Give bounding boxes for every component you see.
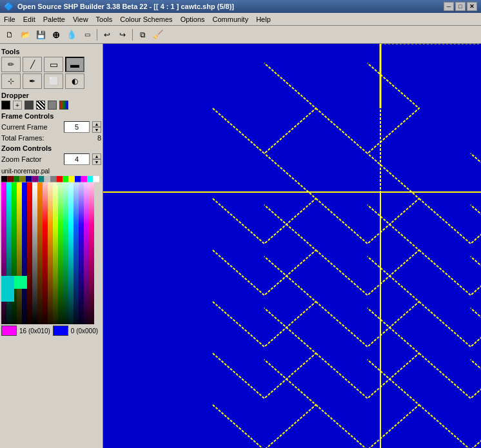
undo-button[interactable]: ↩	[100, 28, 114, 42]
dropper-label: Dropper	[1, 92, 101, 99]
background-color-box[interactable]	[53, 326, 68, 336]
dropper-complex-swatch[interactable]	[48, 101, 57, 110]
menu-colour-schemes[interactable]: Colour Schemes	[116, 13, 176, 25]
current-frame-row: Current Frame ▲ ▼	[1, 121, 101, 133]
current-frame-spinner: ▲ ▼	[92, 121, 101, 133]
canvas-area[interactable]	[103, 44, 481, 448]
rect-tool[interactable]: ▭	[44, 57, 63, 72]
color-palette[interactable]	[1, 176, 99, 324]
menu-palette[interactable]: Palette	[39, 13, 69, 25]
redo-button[interactable]: ↪	[115, 28, 130, 42]
select-tool[interactable]: ⊹	[1, 73, 21, 89]
title-bar-controls: ─ □ ✕	[444, 2, 477, 11]
copy-button[interactable]: ⧉	[135, 28, 150, 42]
zoom-down[interactable]: ▼	[92, 159, 101, 165]
dropper-swatch-2[interactable]	[25, 101, 34, 110]
main-canvas[interactable]	[103, 44, 481, 448]
pencil-tool[interactable]: ✏	[1, 57, 21, 72]
tools-grid-row1: ✏ ╱ ▭ ▬	[1, 57, 101, 72]
color-indicator: 16 (0x010) 0 (0x000)	[1, 326, 101, 336]
zoom-up[interactable]: ▲	[92, 153, 101, 159]
title-bar-icon: 🔷	[4, 2, 14, 11]
left-panel: Tools ✏ ╱ ▭ ▬ ⊹ ✒ ⬜ ◐ Dropper + Frame Co…	[0, 44, 103, 448]
svg-rect-0	[103, 44, 481, 448]
menu-view[interactable]: View	[69, 13, 92, 25]
new-button[interactable]: 🗋	[3, 28, 17, 42]
menu-community[interactable]: Community	[209, 13, 253, 25]
line-tool[interactable]: ╱	[23, 57, 42, 72]
main-layout: Tools ✏ ╱ ▭ ▬ ⊹ ✒ ⬜ ◐ Dropper + Frame Co…	[0, 44, 481, 448]
total-frames-row: Total Frames: 8	[1, 134, 101, 142]
zoom-factor-label: Zoom Factor	[1, 155, 61, 163]
menu-tools[interactable]: Tools	[92, 13, 117, 25]
dropper-multicolor-swatch[interactable]	[59, 101, 68, 110]
close-button[interactable]: ✕	[467, 2, 477, 11]
foreground-color-box[interactable]	[1, 326, 17, 336]
dropper-section: +	[1, 101, 101, 110]
menu-bar: File Edit Palette View Tools Colour Sche…	[0, 13, 481, 26]
palette-filename: unit-noremap.pal	[1, 168, 101, 175]
current-frame-label: Current Frame	[1, 123, 61, 131]
toolbar-sep-1	[97, 29, 97, 41]
save-button[interactable]: 💾	[34, 28, 48, 42]
tools-grid-row2: ⊹ ✒ ⬜ ◐	[1, 73, 101, 89]
dropper-plus-btn[interactable]: +	[13, 101, 22, 110]
fill-tool[interactable]: ◐	[65, 73, 84, 89]
dropper-swatch-1[interactable]	[1, 101, 10, 110]
current-frame-input[interactable]	[64, 121, 90, 133]
eraser-draw-tool[interactable]: ⬜	[44, 73, 63, 89]
frame-controls-section: Current Frame ▲ ▼ Total Frames: 8	[1, 121, 101, 142]
title-bar-text: Open Source SHP Builder 3.38 Beta 22 - […	[17, 3, 234, 10]
frame-controls-label: Frame Controls	[1, 112, 101, 120]
brush-tool[interactable]: ✒	[23, 73, 42, 89]
current-frame-down[interactable]: ▼	[92, 127, 101, 133]
toolbar: 🗋 📂 💾 ⊕ 💧 ▭ ↩ ↪ ⧉ 🧹	[0, 26, 481, 44]
minimize-button[interactable]: ─	[444, 2, 454, 11]
total-frames-label: Total Frames:	[1, 134, 95, 142]
toolbar-sep-2	[132, 29, 133, 41]
open-button[interactable]: 📂	[18, 28, 32, 42]
palette-section: unit-noremap.pal 16 (0x010) 0 (0x000)	[1, 168, 101, 336]
filled-rect-tool[interactable]: ▬	[65, 57, 84, 72]
dropper-tool-button[interactable]: 💧	[64, 28, 79, 42]
add-button[interactable]: ⊕	[49, 28, 63, 42]
clear-button[interactable]: 🧹	[151, 28, 165, 42]
total-frames-value: 8	[97, 134, 101, 142]
zoom-factor-spinner: ▲ ▼	[92, 153, 101, 165]
eraser-tool-button[interactable]: ▭	[80, 28, 94, 42]
zoom-factor-row: Zoom Factor ▲ ▼	[1, 153, 101, 165]
maximize-button[interactable]: □	[455, 2, 466, 11]
zoom-controls-label: Zoom Controls	[1, 144, 101, 152]
menu-edit[interactable]: Edit	[19, 13, 39, 25]
menu-file[interactable]: File	[0, 13, 19, 25]
menu-options[interactable]: Options	[177, 13, 209, 25]
foreground-color-label: 16 (0x010)	[19, 327, 50, 335]
current-frame-up[interactable]: ▲	[92, 121, 101, 127]
dropper-pattern-swatch[interactable]	[36, 101, 45, 110]
title-bar: 🔷 Open Source SHP Builder 3.38 Beta 22 -…	[0, 0, 481, 13]
menu-help[interactable]: Help	[252, 13, 275, 25]
background-color-label: 0 (0x000)	[71, 327, 98, 335]
zoom-factor-input[interactable]	[64, 153, 90, 165]
tools-label: Tools	[1, 48, 101, 55]
